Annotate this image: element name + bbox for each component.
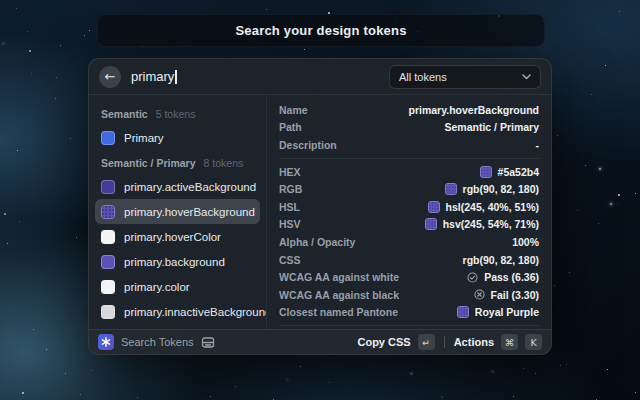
star bbox=[442, 397, 443, 398]
star bbox=[137, 397, 138, 398]
star bbox=[46, 349, 47, 350]
star bbox=[304, 49, 305, 50]
token-label: primary.hoverBackground bbox=[124, 206, 255, 218]
star bbox=[598, 223, 599, 224]
detail-value: #5a52b4 bbox=[480, 166, 539, 178]
star bbox=[91, 370, 92, 371]
detail-value-text: Pass (6.36) bbox=[484, 271, 539, 283]
color-swatch-icon bbox=[101, 180, 115, 194]
detail-divider bbox=[279, 325, 539, 326]
check-circle-icon bbox=[467, 272, 478, 283]
detail-value-text: #5a52b4 bbox=[498, 166, 539, 178]
star bbox=[29, 50, 31, 52]
token-list-item[interactable]: primary.activeBackground bbox=[95, 174, 260, 199]
detail-value: 100% bbox=[512, 236, 539, 248]
star bbox=[55, 98, 56, 99]
star bbox=[569, 272, 570, 273]
token-list-item[interactable]: primary.color bbox=[95, 274, 260, 299]
detail-label: Description bbox=[279, 139, 337, 151]
color-swatch-icon bbox=[101, 255, 115, 269]
detail-value-text: primary.hoverBackground bbox=[408, 104, 539, 116]
detail-row: HEX#5a52b4 bbox=[279, 163, 539, 181]
detail-row: PathSemantic / Primary bbox=[279, 119, 539, 137]
color-swatch-icon bbox=[101, 205, 115, 219]
token-list-item[interactable]: primary.hoverColor bbox=[95, 224, 260, 249]
star bbox=[492, 371, 493, 372]
detail-label: Path bbox=[279, 121, 302, 133]
star bbox=[7, 243, 8, 244]
token-label: primary.color bbox=[124, 281, 190, 293]
search-tokens-window: ← primary All tokens Semantic5 tokensPri… bbox=[88, 58, 552, 355]
detail-label: HSL bbox=[279, 201, 300, 213]
detail-row: Closest named PantoneRoyal Purple bbox=[279, 304, 539, 322]
star bbox=[235, 386, 236, 387]
star bbox=[70, 138, 71, 139]
token-label: primary.hoverColor bbox=[124, 231, 221, 243]
desktop-background: Search your design tokens ← primary All … bbox=[0, 0, 640, 400]
star bbox=[266, 9, 267, 10]
color-swatch-icon bbox=[425, 218, 437, 230]
token-label: primary.background bbox=[124, 256, 225, 268]
detail-value-text: - bbox=[536, 139, 540, 151]
token-list-item[interactable]: primary.innactiveBackground bbox=[95, 299, 260, 324]
asterisk-icon bbox=[101, 337, 111, 347]
star bbox=[513, 396, 514, 397]
detail-row: HSLhsl(245, 40%, 51%) bbox=[279, 198, 539, 216]
detail-value-text: hsl(245, 40%, 51%) bbox=[446, 201, 539, 213]
token-label: Primary bbox=[124, 132, 164, 144]
token-list-item[interactable]: Primary bbox=[95, 125, 260, 150]
star bbox=[635, 392, 636, 393]
printer-icon[interactable] bbox=[201, 336, 215, 349]
color-swatch-icon bbox=[101, 230, 115, 244]
chevron-down-icon bbox=[522, 74, 531, 80]
color-swatch-icon bbox=[101, 131, 115, 145]
detail-value-text: Semantic / Primary bbox=[444, 121, 539, 133]
token-label: primary.activeBackground bbox=[124, 181, 256, 193]
detail-label: Closest named Pantone bbox=[279, 306, 398, 318]
token-list-item[interactable]: primary.hoverBackground bbox=[95, 199, 260, 224]
detail-value: Royal Purple bbox=[457, 306, 539, 318]
color-swatch-icon bbox=[457, 306, 469, 318]
detail-value: Pass (6.36) bbox=[467, 271, 539, 283]
color-swatch-icon bbox=[101, 280, 115, 294]
star bbox=[210, 396, 211, 397]
detail-label: HSV bbox=[279, 218, 301, 230]
star bbox=[619, 11, 620, 12]
token-list-item[interactable]: primary.background bbox=[95, 249, 260, 274]
detail-divider bbox=[279, 158, 539, 159]
search-input[interactable]: primary bbox=[131, 69, 379, 84]
copy-css-button[interactable]: Copy CSS bbox=[357, 336, 410, 348]
token-filter-value: All tokens bbox=[399, 71, 447, 83]
star bbox=[554, 285, 555, 286]
detail-row: Nameprimary.hoverBackground bbox=[279, 101, 539, 119]
star bbox=[287, 379, 288, 380]
star bbox=[617, 203, 618, 204]
window-title-bar: Search your design tokens bbox=[97, 14, 545, 47]
star bbox=[605, 65, 606, 66]
page-title: Search your design tokens bbox=[235, 23, 406, 38]
star bbox=[599, 168, 601, 170]
actions-button[interactable]: Actions bbox=[454, 336, 494, 348]
detail-value-text: rgb(90, 82, 180) bbox=[463, 183, 539, 195]
section-token-count: 5 tokens bbox=[156, 108, 196, 120]
detail-row: Description- bbox=[279, 136, 539, 154]
footer-divider bbox=[444, 336, 445, 348]
detail-value: hsl(245, 40%, 51%) bbox=[428, 201, 539, 213]
token-filter-dropdown[interactable]: All tokens bbox=[389, 65, 541, 89]
detail-value-text: Fail (3.30) bbox=[491, 289, 539, 301]
detail-row: WCAG AA against blackFail (3.30) bbox=[279, 286, 539, 304]
detail-row: CSSrgb(90, 82, 180) bbox=[279, 251, 539, 269]
star bbox=[22, 392, 24, 394]
star bbox=[56, 77, 57, 78]
star bbox=[635, 193, 636, 194]
star bbox=[3, 43, 4, 44]
detail-value: rgb(90, 82, 180) bbox=[463, 254, 539, 266]
token-label: primary.innactiveBackground bbox=[124, 306, 267, 318]
footer-bar: Search Tokens Copy CSS ↵ Actions ⌘ K bbox=[89, 329, 551, 354]
detail-value-text: rgb(90, 82, 180) bbox=[463, 254, 539, 266]
section-header: Semantic / Primary8 tokens bbox=[95, 150, 260, 174]
back-button[interactable]: ← bbox=[99, 66, 121, 88]
detail-label: HEX bbox=[279, 166, 301, 178]
search-query-text: primary bbox=[131, 69, 174, 84]
star bbox=[591, 94, 592, 95]
